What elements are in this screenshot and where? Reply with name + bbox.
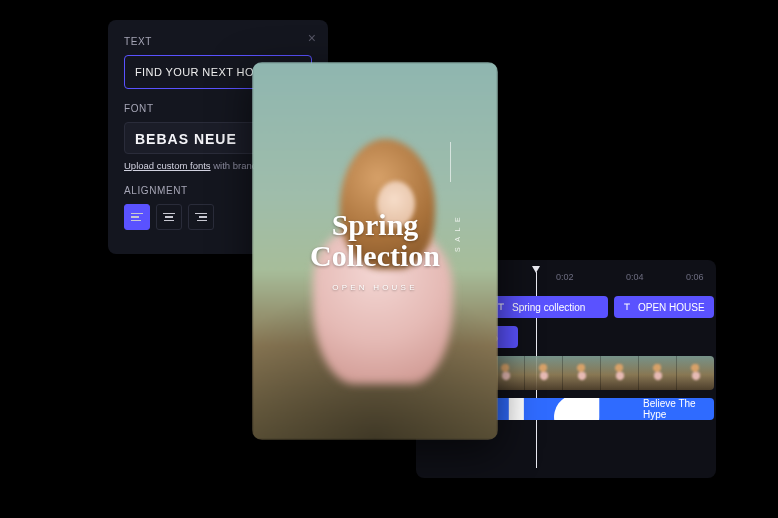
text-icon bbox=[622, 302, 632, 312]
text-clip-openhouse[interactable]: OPEN HOUSE bbox=[614, 296, 714, 318]
preview-overlay: Spring Collection OPEN HOUSE bbox=[252, 62, 498, 440]
video-thumbnail bbox=[676, 356, 714, 390]
video-thumbnail bbox=[524, 356, 562, 390]
video-thumbnail bbox=[562, 356, 600, 390]
audio-clip-label: Believe The Hype bbox=[643, 398, 700, 420]
text-clip-label: OPEN HOUSE bbox=[638, 302, 705, 313]
preview-title: Spring Collection bbox=[310, 210, 440, 271]
video-thumbnail bbox=[600, 356, 638, 390]
ruler-tick: 0:06 bbox=[686, 272, 704, 282]
text-clip-spring[interactable]: Spring collection bbox=[488, 296, 608, 318]
align-center-button[interactable] bbox=[156, 204, 182, 230]
preview-title-line1: Spring bbox=[332, 208, 419, 241]
preview-subtitle: OPEN HOUSE bbox=[332, 283, 417, 292]
upload-fonts-link[interactable]: Upload custom fonts bbox=[124, 160, 211, 171]
align-right-button[interactable] bbox=[188, 204, 214, 230]
ruler-tick: 0:02 bbox=[556, 272, 574, 282]
text-section-label: TEXT bbox=[124, 36, 312, 47]
video-preview[interactable]: S A L E Spring Collection OPEN HOUSE bbox=[252, 62, 498, 440]
text-clip-label: Spring collection bbox=[512, 302, 585, 313]
ruler-tick: 0:04 bbox=[626, 272, 644, 282]
video-thumbnail bbox=[638, 356, 676, 390]
preview-title-line2: Collection bbox=[310, 239, 440, 272]
align-left-button[interactable] bbox=[124, 204, 150, 230]
close-icon[interactable]: × bbox=[308, 30, 316, 46]
